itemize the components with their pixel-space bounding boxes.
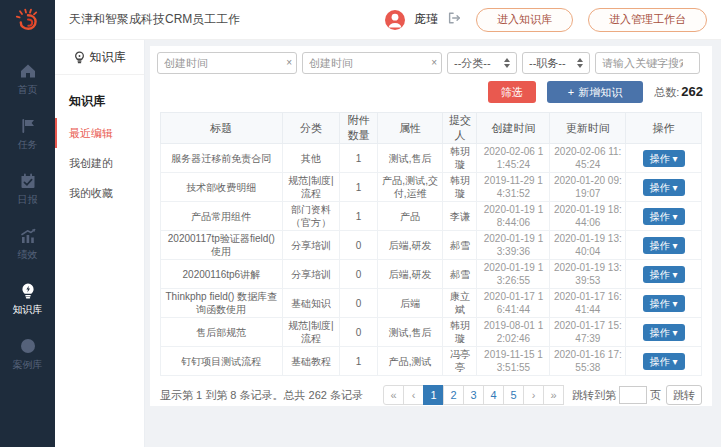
row-action-button[interactable]: 操作▾ <box>643 237 685 254</box>
page-button-3[interactable]: 3 <box>463 385 484 405</box>
cell-updated: 2020-01-17 16:41:44 <box>550 289 626 318</box>
keyword-search-input[interactable] <box>595 52 700 74</box>
next-page-button[interactable]: › <box>523 385 544 405</box>
jump-page-input[interactable] <box>619 386 647 404</box>
cell-title: 20200117tp验证器field()使用 <box>161 231 283 260</box>
sidebar-item-label: 任务 <box>18 138 38 152</box>
cell-submitter: 韩玥璇 <box>443 144 477 173</box>
clear-icon[interactable]: × <box>286 56 292 69</box>
sidebar-item-tasks[interactable]: 任务 <box>0 107 55 162</box>
kb-item-my-favorites[interactable]: 我的收藏 <box>55 178 144 208</box>
app-logo[interactable] <box>0 0 55 40</box>
sidebar-item-case-library[interactable]: 案例库 <box>0 327 55 382</box>
enter-admin-workbench-button[interactable]: 进入管理工作台 <box>588 8 707 32</box>
caret-down-icon: ▾ <box>673 355 678 368</box>
add-knowledge-button[interactable]: + 新增知识 <box>547 81 643 103</box>
total-value: 262 <box>681 84 703 99</box>
page-button-4[interactable]: 4 <box>483 385 504 405</box>
logout-icon[interactable] <box>447 11 461 29</box>
create-time-from-input[interactable] <box>157 52 297 74</box>
caret-down-icon: ▾ <box>673 297 678 310</box>
cell-title: 产品常用组件 <box>161 202 283 231</box>
col-created: 创建时间 <box>477 113 550 144</box>
clear-icon[interactable]: × <box>431 56 437 69</box>
row-action-button[interactable]: 操作▾ <box>643 208 685 225</box>
cell-submitter: 郝雪 <box>443 231 477 260</box>
filter-bar: × × --分类-- --职务-- <box>157 52 705 74</box>
bulb-icon <box>19 282 37 300</box>
col-category: 分类 <box>282 113 339 144</box>
cell-category: 规范|制度|流程 <box>282 318 339 347</box>
category-select-value: --分类-- <box>454 56 491 71</box>
page-button-5[interactable]: 5 <box>503 385 524 405</box>
jump-button[interactable]: 跳转 <box>666 385 702 405</box>
cell-created: 2020-01-19 18:44:06 <box>477 202 550 231</box>
sidebar-nav: 首页 任务 日报 绩效 知识库 <box>0 40 55 382</box>
first-page-button[interactable]: « <box>383 385 404 405</box>
cell-title: 售后部规范 <box>161 318 283 347</box>
filter-button[interactable]: 筛选 <box>488 81 536 103</box>
prev-page-button[interactable]: ‹ <box>403 385 424 405</box>
sidebar-item-label: 案例库 <box>13 358 43 372</box>
keyword-search-field <box>595 52 700 74</box>
col-title: 标题 <box>161 113 283 144</box>
sidebar-item-daily[interactable]: 日报 <box>0 162 55 217</box>
table-header-row: 标题 分类 附件数量 属性 提交人 创建时间 更新时间 操作 <box>161 113 702 144</box>
kb-item-recently-edited[interactable]: 最近编辑 <box>55 118 144 148</box>
table-row: 服务器迁移前免责合同 其他 1 测试,售后 韩玥璇 2020-02-06 11:… <box>161 144 702 173</box>
kb-item-created-by-me[interactable]: 我创建的 <box>55 148 144 178</box>
icon-sidebar: 首页 任务 日报 绩效 知识库 <box>0 0 55 447</box>
create-time-to-input[interactable] <box>302 52 442 74</box>
row-action-button[interactable]: 操作▾ <box>643 150 685 167</box>
content-card: × × --分类-- --职务-- 筛选 + 新增知识 <box>150 46 712 406</box>
row-action-button[interactable]: 操作▾ <box>643 179 685 196</box>
cell-submitter: 康立斌 <box>443 289 477 318</box>
cell-attributes: 后端,研发 <box>377 260 442 289</box>
cell-attributes: 后端,研发 <box>377 231 442 260</box>
cell-attachments: 1 <box>340 347 378 376</box>
records-summary: 显示第 1 到第 8 条记录。总共 262 条记录 <box>160 388 363 403</box>
cell-created: 2019-08-01 12:02:46 <box>477 318 550 347</box>
cell-attachments: 0 <box>340 260 378 289</box>
hand-swirl-logo-icon <box>15 7 41 33</box>
cell-title: 技术部收费明细 <box>161 173 283 202</box>
cell-category: 部门资料（官方） <box>282 202 339 231</box>
caret-down-icon: ▾ <box>673 210 678 223</box>
cell-submitter: 韩玥璇 <box>443 318 477 347</box>
role-select[interactable]: --职务-- <box>522 52 590 74</box>
main-area: × × --分类-- --职务-- 筛选 + 新增知识 <box>145 40 721 447</box>
row-action-button[interactable]: 操作▾ <box>643 295 685 312</box>
page-button-2[interactable]: 2 <box>443 385 464 405</box>
sidebar-item-knowledge-base[interactable]: 知识库 <box>0 272 55 327</box>
row-action-button[interactable]: 操作▾ <box>643 353 685 370</box>
cell-updated: 2020-01-16 17:55:38 <box>550 347 626 376</box>
knowledge-table: 标题 分类 附件数量 属性 提交人 创建时间 更新时间 操作 服务器迁移前免责合… <box>160 112 702 376</box>
category-select[interactable]: --分类-- <box>447 52 517 74</box>
col-updated: 更新时间 <box>550 113 626 144</box>
enter-knowledge-base-button[interactable]: 进入知识库 <box>476 8 573 32</box>
cell-category: 规范|制度|流程 <box>282 173 339 202</box>
cell-updated: 2020-02-06 11:45:24 <box>550 144 626 173</box>
cell-title: 20200116tp6讲解 <box>161 260 283 289</box>
cell-category: 其他 <box>282 144 339 173</box>
cell-attachments: 0 <box>340 318 378 347</box>
sidebar-item-performance[interactable]: 绩效 <box>0 217 55 272</box>
col-attributes: 属性 <box>377 113 442 144</box>
role-select-value: --职务-- <box>529 56 566 71</box>
total-count: 总数:262 <box>654 84 703 100</box>
row-action-button[interactable]: 操作▾ <box>643 324 685 341</box>
user-avatar[interactable] <box>385 10 405 30</box>
last-page-button[interactable]: » <box>543 385 564 405</box>
top-header: 天津和智聚成科技CRM员工工作 庞瑾 进入知识库 进入管理工作台 <box>55 0 721 40</box>
sidebar-item-home[interactable]: 首页 <box>0 52 55 107</box>
select-arrows-icon <box>504 58 510 68</box>
cell-attributes: 产品,测试 <box>377 347 442 376</box>
page-button-1[interactable]: 1 <box>423 385 444 405</box>
total-label: 总数: <box>654 86 679 98</box>
cell-attributes: 测试,售后 <box>377 144 442 173</box>
cell-attachments: 1 <box>340 202 378 231</box>
row-action-button[interactable]: 操作▾ <box>643 266 685 283</box>
cell-attributes: 后端 <box>377 289 442 318</box>
caret-down-icon: ▾ <box>673 326 678 339</box>
cell-created: 2020-02-06 11:45:24 <box>477 144 550 173</box>
